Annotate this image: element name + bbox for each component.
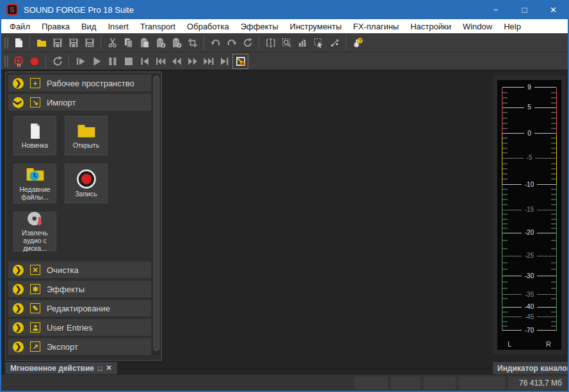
menu-edit[interactable]: Правка — [36, 20, 76, 33]
toolbar-separator — [100, 36, 101, 49]
transport-separator — [45, 55, 46, 68]
statistics-tool-icon[interactable] — [294, 35, 310, 51]
cut-icon[interactable] — [104, 35, 120, 51]
section-effects[interactable]: ❯ ✱ Эффекты — [8, 281, 151, 297]
selection-tool-icon[interactable] — [310, 35, 326, 51]
section-import[interactable]: ❯ ↘ Импорт — [8, 94, 151, 111]
memory-value: 76 413,7 Мб — [519, 379, 562, 388]
chevron-right-icon[interactable]: ❯ — [13, 341, 24, 352]
section-export[interactable]: ❯ ↗ Экспорт — [8, 338, 151, 355]
chevron-right-icon[interactable]: ❯ — [13, 322, 24, 333]
menu-file[interactable]: Файл — [4, 20, 36, 33]
meter-tick-label: -15 — [522, 207, 537, 213]
chevron-down-icon[interactable]: ❯ — [13, 97, 24, 108]
go-to-end-icon[interactable] — [216, 54, 232, 69]
copy-icon[interactable] — [120, 35, 136, 51]
menu-tools[interactable]: Инструменты — [284, 20, 348, 33]
section-cleanup[interactable]: ❯ ✕ Очистка — [8, 262, 151, 278]
save-all-icon[interactable] — [81, 35, 97, 51]
new-file-action-button[interactable]: Новинка — [13, 116, 56, 155]
float-window-icon[interactable]: □ — [98, 365, 102, 372]
recent-files-action-button[interactable]: Недавние файлы... — [13, 164, 56, 203]
meter-minor-tick — [502, 102, 556, 103]
menu-process[interactable]: Обработка — [181, 20, 235, 33]
panel-scrollbar[interactable] — [153, 74, 160, 355]
instant-action-tab[interactable]: Мгновенное действие □ ✕ — [5, 362, 117, 374]
loop-playback-icon[interactable] — [49, 54, 65, 69]
minimize-button[interactable]: − — [481, 0, 510, 19]
channel-meter-tab[interactable]: Индикатор каналов — [493, 362, 568, 374]
menu-effects[interactable]: Эффекты — [235, 20, 284, 33]
extract-audio-action-button[interactable]: Извлечь аудио с диска... — [13, 212, 56, 251]
transport-grip[interactable] — [4, 56, 8, 67]
toolbar-separator — [259, 36, 259, 49]
menu-window[interactable]: Window — [457, 20, 498, 33]
record-icon[interactable] — [26, 54, 42, 69]
chevron-right-icon[interactable]: ❯ — [13, 78, 24, 89]
event-tool-icon[interactable] — [262, 35, 278, 51]
record-action-button[interactable]: Запись — [65, 164, 108, 203]
close-button[interactable]: ✕ — [539, 0, 568, 19]
meter-minor-tick — [502, 168, 556, 169]
save-icon[interactable] — [49, 35, 65, 51]
menubar: Файл Правка Вид Insert Transport Обработ… — [1, 19, 568, 33]
play-all-icon[interactable] — [72, 54, 88, 69]
open-file-icon[interactable] — [33, 35, 49, 51]
rewind-icon[interactable] — [168, 54, 184, 69]
chevron-right-icon[interactable]: ❯ — [13, 303, 24, 314]
new-file-icon[interactable] — [10, 35, 26, 51]
open-folder-icon — [76, 122, 97, 141]
open-action-button[interactable]: Открыть — [65, 116, 108, 155]
meter-minor-tick — [502, 138, 556, 139]
menu-view[interactable]: Вид — [76, 20, 102, 33]
go-to-start-icon[interactable] — [136, 54, 152, 69]
context-help-icon[interactable]: ? — [349, 35, 365, 51]
meter-minor-tick — [502, 148, 556, 148]
meter-minor-tick — [502, 92, 556, 93]
menu-options[interactable]: Настройки — [405, 20, 457, 33]
close-tab-icon[interactable]: ✕ — [106, 364, 112, 372]
repeat-icon[interactable] — [239, 35, 255, 51]
maximize-button[interactable]: □ — [510, 0, 539, 19]
record-new-window-icon[interactable] — [232, 54, 248, 69]
zoom-selection-tool-icon[interactable] — [278, 35, 294, 51]
trim-crop-icon[interactable] — [184, 35, 200, 51]
undo-icon[interactable] — [207, 35, 223, 51]
section-label: Рабочее пространство — [47, 79, 134, 88]
toolbar-grip[interactable] — [4, 37, 8, 49]
play-icon[interactable] — [88, 54, 104, 69]
fast-forward-icon[interactable] — [200, 54, 216, 69]
instant-action-panel: ❯ + Рабочее пространство ❯ ↘ Импорт Нови… — [5, 72, 162, 361]
menu-insert[interactable]: Insert — [102, 20, 134, 33]
paste-to-new-icon[interactable] — [168, 35, 184, 51]
meter-minor-tick — [502, 123, 556, 123]
panel-scrollbar-thumb[interactable] — [154, 75, 159, 351]
pause-icon[interactable] — [104, 54, 120, 69]
redo-icon[interactable] — [223, 35, 239, 51]
dock-area: ❯ + Рабочее пространство ❯ ↘ Импорт Нови… — [1, 70, 568, 374]
menu-fx-plugins[interactable]: FX-плагины — [348, 20, 405, 33]
arm-record-icon[interactable] — [10, 54, 26, 69]
envelope-tool-icon[interactable] — [326, 35, 342, 51]
menu-help[interactable]: Help — [498, 20, 527, 33]
section-user-entries[interactable]: ❯ User Entries — [8, 319, 151, 336]
svg-text:?: ? — [72, 38, 74, 42]
section-workspace[interactable]: ❯ + Рабочее пространство — [8, 75, 151, 91]
save-as-icon[interactable]: ? — [65, 35, 81, 51]
paste-special-icon[interactable] — [152, 35, 168, 51]
meter-tick-label: -35 — [522, 292, 537, 298]
meter-minor-tick — [502, 282, 556, 283]
rewind-to-start-icon[interactable] — [152, 54, 168, 69]
chevron-right-icon[interactable]: ❯ — [13, 265, 24, 276]
action-label: Недавние файлы... — [14, 186, 56, 201]
meter-minor-tick — [502, 321, 556, 322]
menu-transport[interactable]: Transport — [134, 20, 181, 33]
titlebar: S SOUND FORGE Pro 18 Suite − □ ✕ — [1, 0, 568, 19]
chevron-right-icon[interactable]: ❯ — [13, 284, 24, 295]
forward-icon[interactable] — [184, 54, 200, 69]
meter-minor-tick — [502, 248, 556, 249]
paste-icon[interactable] — [136, 35, 152, 51]
stop-icon[interactable] — [120, 54, 136, 69]
channel-meter-panel[interactable]: 950-5-10-15-20-25-30-35-40-45-70 L R — [493, 75, 566, 354]
section-editing[interactable]: ❯ ✎ Редактирование — [8, 300, 151, 317]
